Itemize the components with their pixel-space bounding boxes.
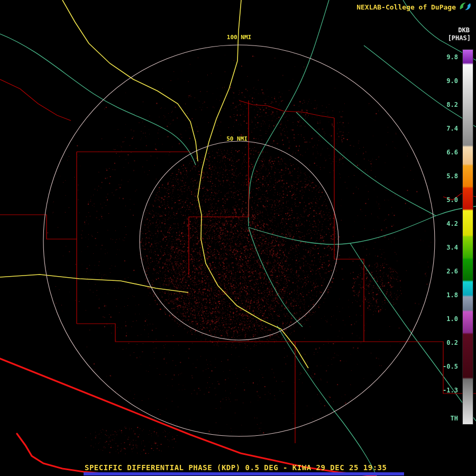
range-ring-label-100nmi: 100 NMI [227, 34, 251, 41]
colorbar-units-label: DKB [458, 26, 470, 34]
product-caption: SPECIFIC DIFFERENTIAL PHASE (KDP) 0.5 DE… [85, 463, 387, 472]
radar-display: 100 NMI 50 NMI NEXLAB-College of DuPage … [0, 0, 476, 476]
range-ring-label-50nmi: 50 NMI [226, 135, 248, 142]
colorbar [462, 49, 473, 425]
range-ring-50nmi [140, 141, 338, 340]
map-overlay [0, 0, 476, 476]
footer-underline [84, 472, 404, 475]
range-ring-100nmi [43, 45, 435, 436]
state-border-line [0, 359, 376, 476]
cod-logo-icon [458, 1, 473, 12]
colorbar-scale-label: [PHAS] [448, 34, 471, 42]
highway-lines [0, 0, 308, 368]
county-lines [0, 79, 476, 443]
site-title: NEXLAB-College of DuPage [356, 3, 456, 11]
range-rings [43, 45, 435, 436]
river-lines [0, 0, 476, 476]
